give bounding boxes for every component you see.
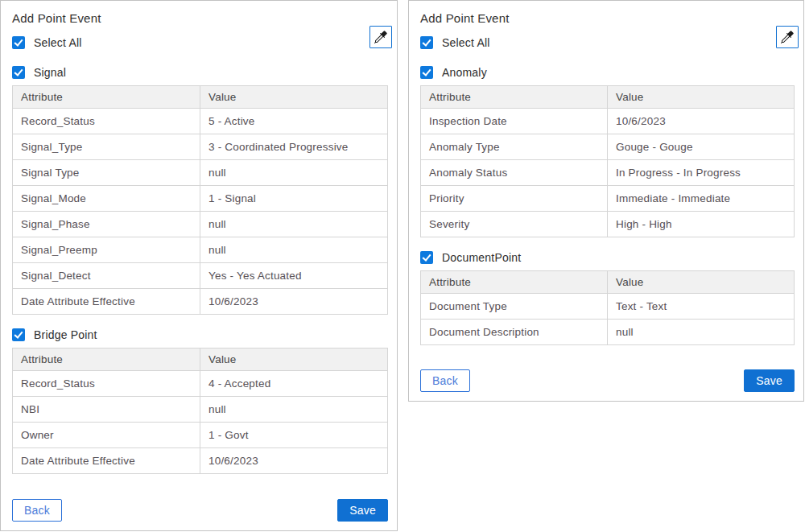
table-row: Anomaly StatusIn Progress - In Progress — [421, 160, 795, 186]
attribute-table: AttributeValueRecord_Status5 - ActiveSig… — [12, 85, 388, 315]
table-row: Anomaly TypeGouge - Gouge — [421, 134, 795, 160]
select-all-label: Select All — [442, 36, 490, 49]
value-cell: 3 - Coordinated Progressive — [200, 134, 388, 160]
table-row: Signal_Mode1 - Signal — [13, 186, 388, 212]
value-cell: 4 - Accepted — [200, 371, 388, 397]
groups-container: SignalAttributeValueRecord_Status5 - Act… — [12, 50, 388, 474]
value-cell: Immediate - Immediate — [608, 186, 795, 212]
table-header-row: AttributeValue — [13, 348, 388, 371]
value-cell: 10/6/2023 — [200, 448, 388, 474]
group-checkbox-row: Anomaly — [420, 65, 795, 80]
group-checkbox[interactable] — [12, 66, 25, 79]
attribute-cell: Signal Type — [13, 160, 200, 186]
attribute-cell: Document Description — [421, 320, 608, 345]
group-label: DocumentPoint — [442, 251, 521, 264]
page-title: Add Point Event — [420, 11, 795, 25]
page-title: Add Point Event — [12, 11, 388, 25]
groups-container: AnomalyAttributeValueInspection Date10/6… — [420, 50, 795, 345]
eyedropper-button[interactable] — [776, 26, 799, 48]
value-cell: Gouge - Gouge — [608, 134, 795, 160]
table-row: Inspection Date10/6/2023 — [421, 109, 795, 134]
attribute-cell: Priority — [421, 186, 608, 212]
select-all-row: Select All — [12, 35, 388, 50]
attribute-cell: Record_Status — [13, 371, 200, 397]
back-button[interactable]: Back — [12, 499, 62, 522]
table-header-row: AttributeValue — [13, 86, 388, 109]
table-row: Record_Status5 - Active — [13, 109, 388, 134]
table-row: Date Attribute Effective10/6/2023 — [13, 289, 388, 315]
attribute-cell: Record_Status — [13, 109, 200, 134]
attribute-cell: Signal_Phase — [13, 212, 200, 237]
attribute-cell: Anomaly Status — [421, 160, 608, 186]
table-row: Record_Status4 - Accepted — [13, 371, 388, 397]
group-bridge-point: Bridge PointAttributeValueRecord_Status4… — [12, 328, 388, 474]
value-cell: null — [608, 320, 795, 345]
save-button[interactable]: Save — [337, 499, 388, 522]
group-documentpoint: DocumentPointAttributeValueDocument Type… — [420, 250, 795, 345]
table-row: Date Attribute Effective10/6/2023 — [13, 448, 388, 474]
save-button[interactable]: Save — [744, 369, 795, 392]
value-cell: In Progress - In Progress — [608, 160, 795, 186]
eyedropper-icon — [781, 31, 794, 43]
group-checkbox-row: DocumentPoint — [420, 250, 795, 265]
column-header: Value — [608, 86, 795, 109]
panel-footer: Back Save — [12, 499, 388, 522]
value-cell: 5 - Active — [200, 109, 388, 134]
select-all-label: Select All — [34, 36, 82, 49]
attribute-cell: Signal_Preemp — [13, 237, 200, 263]
select-all-checkbox[interactable] — [420, 36, 433, 49]
table-row: SeverityHigh - High — [421, 212, 795, 237]
table-row: Signal_Phasenull — [13, 212, 388, 237]
attribute-cell: Signal_Detect — [13, 263, 200, 289]
attribute-table: AttributeValueRecord_Status4 - AcceptedN… — [12, 348, 388, 474]
group-checkbox[interactable] — [420, 251, 433, 264]
attribute-table: AttributeValueInspection Date10/6/2023An… — [420, 85, 795, 237]
attribute-cell: Severity — [421, 212, 608, 237]
column-header: Attribute — [421, 86, 608, 109]
group-label: Signal — [34, 66, 66, 79]
value-cell: 10/6/2023 — [200, 289, 388, 315]
column-header: Attribute — [13, 86, 200, 109]
group-label: Bridge Point — [34, 328, 97, 341]
group-signal: SignalAttributeValueRecord_Status5 - Act… — [12, 65, 388, 315]
eyedropper-button[interactable] — [369, 26, 392, 48]
attribute-cell: Date Attribute Effective — [13, 289, 200, 315]
back-button[interactable]: Back — [420, 369, 470, 392]
group-anomaly: AnomalyAttributeValueInspection Date10/6… — [420, 65, 795, 237]
value-cell: 1 - Govt — [200, 423, 388, 448]
column-header: Value — [608, 271, 795, 294]
value-cell: null — [200, 397, 388, 423]
table-row: Signal Typenull — [13, 160, 388, 186]
column-header: Attribute — [421, 271, 608, 294]
attribute-cell: Anomaly Type — [421, 134, 608, 160]
attribute-cell: Inspection Date — [421, 109, 608, 134]
table-row: Document TypeText - Text — [421, 294, 795, 320]
table-row: NBInull — [13, 397, 388, 423]
value-cell: null — [200, 160, 388, 186]
column-header: Attribute — [13, 348, 200, 371]
add-point-event-panel-right: Add Point Event Select All AnomalyAttrib… — [408, 0, 804, 402]
table-row: Document Descriptionnull — [421, 320, 795, 345]
select-all-checkbox[interactable] — [12, 36, 25, 49]
table-row: PriorityImmediate - Immediate — [421, 186, 795, 212]
add-point-event-screens: Add Point Event Select All SignalAttribu… — [0, 0, 805, 532]
value-cell: 1 - Signal — [200, 186, 388, 212]
select-all-row: Select All — [420, 35, 795, 50]
table-row: Signal_Preempnull — [13, 237, 388, 263]
attribute-cell: NBI — [13, 397, 200, 423]
table-header-row: AttributeValue — [421, 86, 795, 109]
value-cell: Yes - Yes Actuated — [200, 263, 388, 289]
group-checkbox[interactable] — [12, 328, 25, 341]
add-point-event-panel-left: Add Point Event Select All SignalAttribu… — [0, 0, 398, 531]
attribute-table: AttributeValueDocument TypeText - TextDo… — [420, 270, 795, 345]
column-header: Value — [200, 348, 388, 371]
group-label: Anomaly — [442, 66, 487, 79]
table-row: Signal_Type3 - Coordinated Progressive — [13, 134, 388, 160]
panel-footer: Back Save — [420, 369, 795, 392]
group-checkbox-row: Bridge Point — [12, 328, 388, 342]
eyedropper-icon — [374, 31, 387, 43]
column-header: Value — [200, 86, 388, 109]
value-cell: null — [200, 237, 388, 263]
attribute-cell: Document Type — [421, 294, 608, 320]
group-checkbox[interactable] — [420, 66, 433, 79]
